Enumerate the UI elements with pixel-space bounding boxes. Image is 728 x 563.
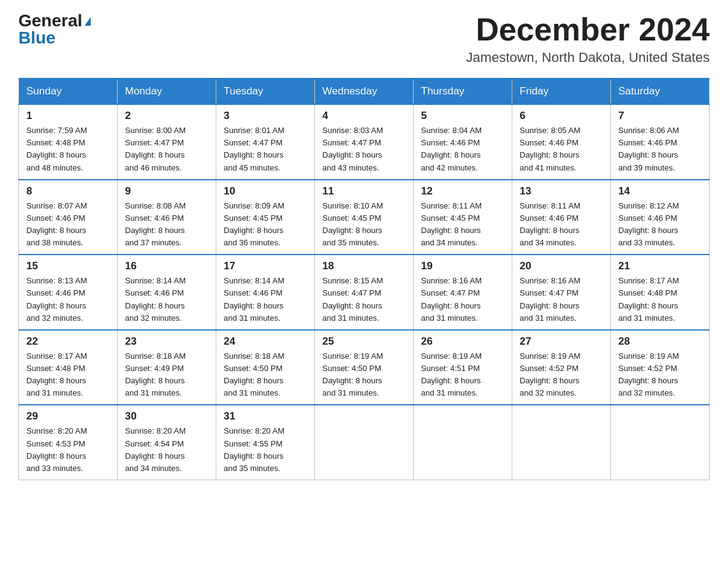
logo-blue-text: Blue (18, 28, 56, 47)
day-number: 29 (26, 410, 110, 423)
calendar-cell: 18 Sunrise: 8:15 AMSunset: 4:47 PMDaylig… (315, 255, 414, 330)
day-info: Sunrise: 8:03 AMSunset: 4:47 PMDaylight:… (322, 126, 383, 172)
day-number: 1 (26, 110, 110, 122)
day-info: Sunrise: 8:19 AMSunset: 4:52 PMDaylight:… (618, 351, 679, 397)
day-info: Sunrise: 8:16 AMSunset: 4:47 PMDaylight:… (421, 276, 482, 322)
day-info: Sunrise: 8:04 AMSunset: 4:46 PMDaylight:… (421, 126, 482, 172)
day-info: Sunrise: 8:18 AMSunset: 4:49 PMDaylight:… (125, 351, 186, 397)
day-number: 30 (125, 410, 208, 423)
calendar-cell: 8 Sunrise: 8:07 AMSunset: 4:46 PMDayligh… (19, 180, 118, 255)
calendar-cell: 5 Sunrise: 8:04 AMSunset: 4:46 PMDayligh… (414, 104, 512, 180)
calendar-cell: 12 Sunrise: 8:11 AMSunset: 4:45 PMDaylig… (414, 180, 512, 255)
logo: General Blue (18, 12, 91, 47)
day-number: 11 (322, 185, 406, 197)
calendar-cell: 17 Sunrise: 8:14 AMSunset: 4:46 PMDaylig… (216, 255, 315, 330)
day-info: Sunrise: 8:14 AMSunset: 4:46 PMDaylight:… (224, 276, 284, 322)
day-info: Sunrise: 8:12 AMSunset: 4:46 PMDaylight:… (618, 201, 679, 247)
day-number: 6 (520, 110, 603, 122)
calendar-cell: 26 Sunrise: 8:19 AMSunset: 4:51 PMDaylig… (414, 330, 512, 405)
calendar-cell: 16 Sunrise: 8:14 AMSunset: 4:46 PMDaylig… (118, 255, 216, 330)
day-info: Sunrise: 8:14 AMSunset: 4:46 PMDaylight:… (125, 276, 186, 322)
day-number: 7 (618, 110, 702, 122)
calendar-cell: 1 Sunrise: 7:59 AMSunset: 4:48 PMDayligh… (19, 104, 118, 180)
calendar-cell (414, 405, 512, 480)
calendar-cell: 13 Sunrise: 8:11 AMSunset: 4:46 PMDaylig… (512, 180, 611, 255)
day-info: Sunrise: 8:19 AMSunset: 4:52 PMDaylight:… (520, 351, 580, 397)
day-number: 16 (125, 260, 208, 272)
day-number: 12 (421, 185, 504, 197)
title-section: December 2024 Jamestown, North Dakota, U… (466, 12, 710, 66)
day-number: 18 (322, 260, 406, 272)
day-number: 10 (224, 185, 307, 197)
day-info: Sunrise: 8:20 AMSunset: 4:55 PMDaylight:… (224, 426, 284, 472)
calendar-cell: 21 Sunrise: 8:17 AMSunset: 4:48 PMDaylig… (611, 255, 710, 330)
day-info: Sunrise: 8:07 AMSunset: 4:46 PMDaylight:… (26, 201, 87, 247)
calendar-cell: 19 Sunrise: 8:16 AMSunset: 4:47 PMDaylig… (414, 255, 512, 330)
header-thursday: Thursday (414, 79, 512, 104)
calendar-cell: 15 Sunrise: 8:13 AMSunset: 4:46 PMDaylig… (19, 255, 118, 330)
calendar-header-row: SundayMondayTuesdayWednesdayThursdayFrid… (19, 79, 710, 104)
day-number: 31 (224, 410, 307, 423)
day-info: Sunrise: 8:18 AMSunset: 4:50 PMDaylight:… (224, 351, 284, 397)
day-number: 15 (26, 260, 110, 272)
header-wednesday: Wednesday (315, 79, 414, 104)
calendar-cell (611, 405, 710, 480)
day-info: Sunrise: 8:09 AMSunset: 4:45 PMDaylight:… (224, 201, 284, 247)
day-info: Sunrise: 8:06 AMSunset: 4:46 PMDaylight:… (618, 126, 679, 172)
calendar-cell: 3 Sunrise: 8:01 AMSunset: 4:47 PMDayligh… (216, 104, 315, 180)
day-info: Sunrise: 8:17 AMSunset: 4:48 PMDaylight:… (26, 351, 87, 397)
calendar-cell (315, 405, 414, 480)
month-title: December 2024 (466, 12, 710, 47)
page-header: General Blue December 2024 Jamestown, No… (18, 12, 710, 66)
calendar-cell: 6 Sunrise: 8:05 AMSunset: 4:46 PMDayligh… (512, 104, 611, 180)
day-info: Sunrise: 8:15 AMSunset: 4:47 PMDaylight:… (322, 276, 383, 322)
header-friday: Friday (512, 79, 611, 104)
day-number: 23 (125, 335, 208, 348)
calendar-cell: 27 Sunrise: 8:19 AMSunset: 4:52 PMDaylig… (512, 330, 611, 405)
calendar-cell: 25 Sunrise: 8:19 AMSunset: 4:50 PMDaylig… (315, 330, 414, 405)
logo-triangle-icon (85, 17, 91, 26)
week-row-2: 8 Sunrise: 8:07 AMSunset: 4:46 PMDayligh… (19, 180, 710, 255)
calendar-cell: 22 Sunrise: 8:17 AMSunset: 4:48 PMDaylig… (19, 330, 118, 405)
day-info: Sunrise: 8:11 AMSunset: 4:45 PMDaylight:… (421, 201, 482, 247)
day-number: 14 (618, 185, 702, 197)
day-number: 13 (520, 185, 603, 197)
calendar-cell: 31 Sunrise: 8:20 AMSunset: 4:55 PMDaylig… (216, 405, 315, 480)
day-info: Sunrise: 8:17 AMSunset: 4:48 PMDaylight:… (618, 276, 679, 322)
logo-general-text: General (18, 11, 82, 30)
calendar-cell: 4 Sunrise: 8:03 AMSunset: 4:47 PMDayligh… (315, 104, 414, 180)
day-number: 27 (520, 335, 603, 348)
day-info: Sunrise: 8:19 AMSunset: 4:50 PMDaylight:… (322, 351, 383, 397)
day-number: 8 (26, 185, 110, 197)
day-number: 24 (224, 335, 307, 348)
calendar-cell: 7 Sunrise: 8:06 AMSunset: 4:46 PMDayligh… (611, 104, 710, 180)
calendar-cell: 14 Sunrise: 8:12 AMSunset: 4:46 PMDaylig… (611, 180, 710, 255)
day-number: 5 (421, 110, 504, 122)
day-number: 26 (421, 335, 504, 348)
calendar-cell: 9 Sunrise: 8:08 AMSunset: 4:46 PMDayligh… (118, 180, 216, 255)
day-info: Sunrise: 8:16 AMSunset: 4:47 PMDaylight:… (520, 276, 580, 322)
day-info: Sunrise: 8:20 AMSunset: 4:54 PMDaylight:… (125, 426, 186, 472)
day-info: Sunrise: 8:10 AMSunset: 4:45 PMDaylight:… (322, 201, 383, 247)
day-number: 3 (224, 110, 307, 122)
calendar-cell: 28 Sunrise: 8:19 AMSunset: 4:52 PMDaylig… (611, 330, 710, 405)
week-row-3: 15 Sunrise: 8:13 AMSunset: 4:46 PMDaylig… (19, 255, 710, 330)
calendar-cell: 24 Sunrise: 8:18 AMSunset: 4:50 PMDaylig… (216, 330, 315, 405)
header-monday: Monday (118, 79, 216, 104)
day-number: 17 (224, 260, 307, 272)
calendar-cell: 2 Sunrise: 8:00 AMSunset: 4:47 PMDayligh… (118, 104, 216, 180)
calendar-cell (512, 405, 611, 480)
day-number: 22 (26, 335, 110, 348)
header-tuesday: Tuesday (216, 79, 315, 104)
calendar-cell: 10 Sunrise: 8:09 AMSunset: 4:45 PMDaylig… (216, 180, 315, 255)
calendar-cell: 30 Sunrise: 8:20 AMSunset: 4:54 PMDaylig… (118, 405, 216, 480)
day-info: Sunrise: 8:08 AMSunset: 4:46 PMDaylight:… (125, 201, 186, 247)
day-number: 28 (618, 335, 702, 348)
day-info: Sunrise: 8:00 AMSunset: 4:47 PMDaylight:… (125, 126, 186, 172)
day-number: 2 (125, 110, 208, 122)
day-number: 4 (322, 110, 406, 122)
calendar-cell: 20 Sunrise: 8:16 AMSunset: 4:47 PMDaylig… (512, 255, 611, 330)
day-number: 25 (322, 335, 406, 348)
day-number: 19 (421, 260, 504, 272)
logo-general-line: General (18, 12, 91, 29)
